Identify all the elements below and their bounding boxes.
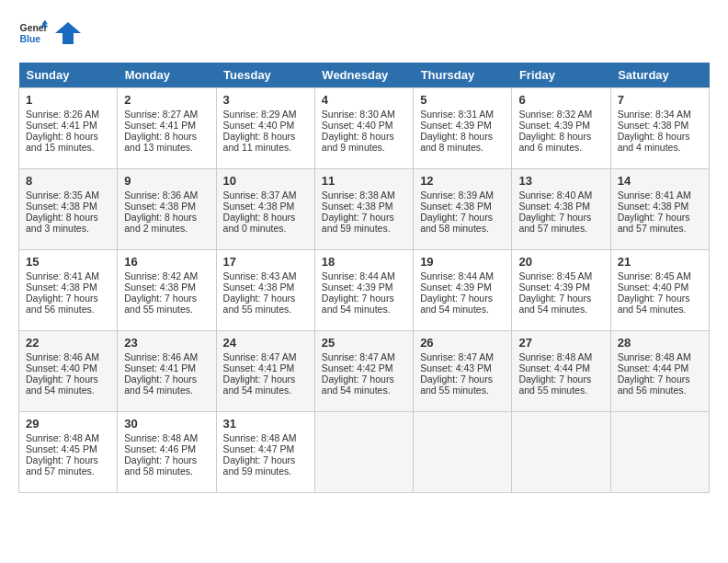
daylight: Daylight: 7 hours and 54 minutes. <box>322 373 394 396</box>
sunrise: Sunrise: 8:44 AM <box>420 270 494 282</box>
sunrise: Sunrise: 8:41 AM <box>26 270 99 282</box>
sunrise: Sunrise: 8:47 AM <box>223 351 297 362</box>
calendar-cell: 9Sunrise: 8:36 AMSunset: 4:38 PMDaylight… <box>118 169 216 250</box>
calendar-cell: 13Sunrise: 8:40 AMSunset: 4:38 PMDayligh… <box>512 169 610 250</box>
header-monday: Monday <box>118 63 216 88</box>
daylight: Daylight: 7 hours and 57 minutes. <box>518 212 591 234</box>
sunrise: Sunrise: 8:48 AM <box>124 432 198 443</box>
day-number: 16 <box>124 255 209 269</box>
header-wednesday: Wednesday <box>314 63 413 88</box>
sunrise: Sunrise: 8:32 AM <box>518 109 592 120</box>
sunrise: Sunrise: 8:48 AM <box>618 351 691 362</box>
daylight: Daylight: 7 hours and 56 minutes. <box>26 293 98 315</box>
sunrise: Sunrise: 8:39 AM <box>420 190 494 201</box>
sunset: Sunset: 4:38 PM <box>223 201 295 212</box>
daylight: Daylight: 8 hours and 15 minutes. <box>26 131 98 153</box>
day-number: 26 <box>420 336 505 350</box>
daylight: Daylight: 7 hours and 54 minutes. <box>223 373 296 396</box>
day-number: 5 <box>420 93 505 107</box>
header-thursday: Thursday <box>414 63 512 88</box>
logo: General Blue <box>18 18 81 48</box>
sunrise: Sunrise: 8:37 AM <box>223 190 297 201</box>
calendar-cell: 23Sunrise: 8:46 AMSunset: 4:41 PMDayligh… <box>118 331 216 412</box>
day-number: 7 <box>618 93 702 107</box>
daylight: Daylight: 7 hours and 54 minutes. <box>124 373 197 396</box>
day-number: 2 <box>124 93 209 107</box>
calendar-cell <box>414 412 512 493</box>
header-sunday: Sunday <box>19 63 118 88</box>
calendar-cell: 16Sunrise: 8:42 AMSunset: 4:38 PMDayligh… <box>118 250 216 331</box>
sunset: Sunset: 4:38 PM <box>26 282 97 293</box>
calendar-cell: 5Sunrise: 8:31 AMSunset: 4:39 PMDaylight… <box>414 88 512 169</box>
sunset: Sunset: 4:41 PM <box>26 120 97 131</box>
day-number: 1 <box>26 93 110 107</box>
daylight: Daylight: 8 hours and 11 minutes. <box>223 131 296 153</box>
calendar-cell <box>314 412 413 493</box>
calendar-cell: 14Sunrise: 8:41 AMSunset: 4:38 PMDayligh… <box>610 169 709 250</box>
sunset: Sunset: 4:46 PM <box>124 443 196 454</box>
day-number: 27 <box>518 336 603 350</box>
day-number: 28 <box>618 336 702 350</box>
header-saturday: Saturday <box>610 63 709 88</box>
day-number: 23 <box>124 336 209 350</box>
header-friday: Friday <box>512 63 610 88</box>
sunset: Sunset: 4:40 PM <box>26 362 97 373</box>
svg-marker-2 <box>42 20 48 25</box>
page-header: General Blue <box>18 18 710 48</box>
calendar-cell: 2Sunrise: 8:27 AMSunset: 4:41 PMDaylight… <box>118 88 216 169</box>
sunrise: Sunrise: 8:42 AM <box>124 270 198 282</box>
sunset: Sunset: 4:40 PM <box>322 120 393 131</box>
calendar-cell: 1Sunrise: 8:26 AMSunset: 4:41 PMDaylight… <box>19 88 118 169</box>
logo-icon: General Blue <box>18 18 48 48</box>
sunrise: Sunrise: 8:29 AM <box>223 109 297 120</box>
sunset: Sunset: 4:45 PM <box>26 443 97 454</box>
sunrise: Sunrise: 8:40 AM <box>518 190 592 201</box>
day-number: 13 <box>518 174 603 188</box>
sunrise: Sunrise: 8:34 AM <box>618 109 691 120</box>
sunrise: Sunrise: 8:47 AM <box>420 351 494 362</box>
sunset: Sunset: 4:41 PM <box>124 362 196 373</box>
calendar-cell: 26Sunrise: 8:47 AMSunset: 4:43 PMDayligh… <box>414 331 512 412</box>
sunrise: Sunrise: 8:44 AM <box>322 270 395 282</box>
sunset: Sunset: 4:38 PM <box>618 120 689 131</box>
day-number: 20 <box>518 255 603 269</box>
calendar-cell: 28Sunrise: 8:48 AMSunset: 4:44 PMDayligh… <box>610 331 709 412</box>
daylight: Daylight: 7 hours and 58 minutes. <box>420 212 493 234</box>
day-number: 10 <box>223 174 308 188</box>
day-number: 8 <box>26 174 110 188</box>
week-row-4: 22Sunrise: 8:46 AMSunset: 4:40 PMDayligh… <box>19 331 710 412</box>
calendar-cell: 12Sunrise: 8:39 AMSunset: 4:38 PMDayligh… <box>414 169 512 250</box>
calendar-cell: 30Sunrise: 8:48 AMSunset: 4:46 PMDayligh… <box>118 412 216 493</box>
day-number: 4 <box>322 93 406 107</box>
daylight: Daylight: 7 hours and 57 minutes. <box>618 212 690 234</box>
daylight: Daylight: 8 hours and 9 minutes. <box>322 131 394 153</box>
sunrise: Sunrise: 8:31 AM <box>420 109 494 120</box>
week-row-5: 29Sunrise: 8:48 AMSunset: 4:45 PMDayligh… <box>19 412 710 493</box>
daylight: Daylight: 8 hours and 2 minutes. <box>124 212 197 234</box>
sunset: Sunset: 4:39 PM <box>518 282 590 293</box>
day-number: 29 <box>26 417 110 431</box>
calendar-cell: 20Sunrise: 8:45 AMSunset: 4:39 PMDayligh… <box>512 250 610 331</box>
sunset: Sunset: 4:41 PM <box>124 120 196 131</box>
sunrise: Sunrise: 8:47 AM <box>322 351 395 362</box>
day-number: 24 <box>223 336 308 350</box>
calendar-cell: 29Sunrise: 8:48 AMSunset: 4:45 PMDayligh… <box>19 412 118 493</box>
calendar-table: SundayMondayTuesdayWednesdayThursdayFrid… <box>18 63 710 493</box>
sunset: Sunset: 4:44 PM <box>618 362 689 373</box>
calendar-cell: 7Sunrise: 8:34 AMSunset: 4:38 PMDaylight… <box>610 88 709 169</box>
daylight: Daylight: 7 hours and 54 minutes. <box>322 293 394 315</box>
sunset: Sunset: 4:44 PM <box>518 362 590 373</box>
daylight: Daylight: 7 hours and 59 minutes. <box>322 212 394 234</box>
sunrise: Sunrise: 8:46 AM <box>124 351 198 362</box>
calendar-cell: 22Sunrise: 8:46 AMSunset: 4:40 PMDayligh… <box>19 331 118 412</box>
sunset: Sunset: 4:38 PM <box>618 201 689 212</box>
calendar-cell: 8Sunrise: 8:35 AMSunset: 4:38 PMDaylight… <box>19 169 118 250</box>
sunrise: Sunrise: 8:30 AM <box>322 109 395 120</box>
calendar-cell <box>512 412 610 493</box>
week-row-3: 15Sunrise: 8:41 AMSunset: 4:38 PMDayligh… <box>19 250 710 331</box>
daylight: Daylight: 7 hours and 55 minutes. <box>124 293 197 315</box>
day-number: 12 <box>420 174 505 188</box>
daylight: Daylight: 7 hours and 54 minutes. <box>420 293 493 315</box>
calendar-cell: 18Sunrise: 8:44 AMSunset: 4:39 PMDayligh… <box>314 250 413 331</box>
sunset: Sunset: 4:39 PM <box>420 282 492 293</box>
